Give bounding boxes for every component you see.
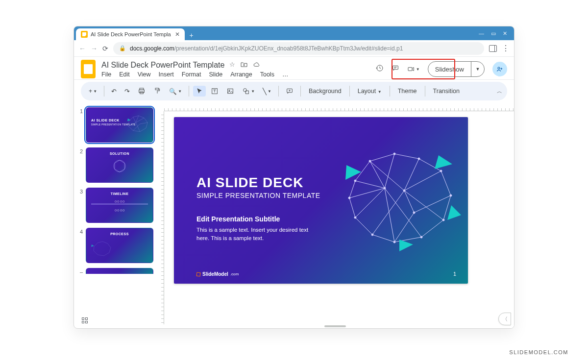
menu-view[interactable]: View: [138, 71, 151, 78]
shape-tool[interactable]: ▼: [239, 85, 258, 97]
cloud-status-icon[interactable]: [253, 61, 261, 70]
star-icon[interactable]: ☆: [229, 61, 235, 70]
slide-edit-subtitle[interactable]: Edit Presentation Subtitle: [196, 215, 280, 223]
thumbnail-3[interactable]: TIMELINE ⬡ ⬡ ⬡ ⬡ ⬡ ⬡ ⬡ ⬡: [86, 188, 153, 223]
view-mode-buttons: [82, 317, 88, 323]
menu-tools[interactable]: Tools: [260, 71, 274, 78]
svg-point-25: [354, 217, 356, 218]
canvas-area: AI SLIDE DECK SIMPLE PRESENTATION TEMPLA…: [156, 103, 514, 328]
redo-button[interactable]: ↷: [122, 86, 133, 97]
textbox-tool[interactable]: [208, 85, 221, 97]
slides-logo-icon[interactable]: [81, 60, 96, 78]
undo-button[interactable]: ↶: [108, 86, 120, 97]
speaker-notes-handle[interactable]: [156, 324, 514, 328]
svg-rect-0: [392, 66, 398, 69]
omnibox[interactable]: 🔒 docs.google.com/presentation/d/1ejGbki…: [113, 42, 484, 55]
filmstrip[interactable]: 1 AI SLIDE DECKSIMPLE PRESENTATION TEMPL…: [74, 103, 156, 328]
menu-slide[interactable]: Slide: [209, 71, 222, 78]
app-header: AI Slide Deck PowerPoint Template ☆ File…: [74, 57, 514, 80]
slide-page-number: 1: [453, 271, 456, 277]
svg-point-21: [442, 219, 444, 221]
slide-title[interactable]: AI SLIDE DECK: [196, 175, 303, 191]
svg-point-14: [114, 160, 125, 172]
svg-point-29: [403, 190, 405, 192]
browser-menu-button[interactable]: ⋮: [502, 44, 509, 53]
line-tool[interactable]: ╲ ▼: [260, 86, 274, 97]
svg-point-24: [371, 234, 373, 236]
svg-rect-8: [228, 89, 233, 93]
slide-body-text[interactable]: This is a sample text. Insert your desir…: [196, 226, 319, 243]
svg-point-16: [369, 160, 371, 162]
print-button[interactable]: [135, 85, 148, 97]
svg-point-20: [450, 194, 452, 196]
svg-point-30: [413, 212, 415, 214]
image-tool[interactable]: [223, 85, 237, 97]
thumb-number: 1: [77, 107, 83, 143]
menu-more[interactable]: …: [282, 71, 289, 78]
canvas-scroll[interactable]: AI SLIDE DECK SIMPLE PRESENTATION TEMPLA…: [164, 111, 514, 324]
document-title[interactable]: AI Slide Deck PowerPoint Template: [101, 61, 224, 70]
url-host: docs.google.com: [130, 45, 174, 52]
comment-tool[interactable]: [283, 85, 296, 97]
history-icon[interactable]: [376, 64, 384, 74]
svg-marker-31: [345, 165, 361, 180]
svg-marker-32: [435, 155, 452, 169]
ruler-vertical: [156, 111, 164, 324]
layout-button[interactable]: Layout ▼: [354, 86, 386, 97]
close-window-button[interactable]: ✕: [503, 30, 507, 37]
menu-format[interactable]: Format: [182, 71, 201, 78]
transition-button[interactable]: Transition: [429, 86, 464, 97]
svg-point-18: [418, 158, 420, 160]
move-icon[interactable]: [240, 61, 248, 70]
menu-arrange[interactable]: Arrange: [230, 71, 252, 78]
new-slide-button[interactable]: + ▼: [86, 86, 100, 97]
back-button[interactable]: ←: [79, 45, 86, 52]
slideshow-dropdown[interactable]: ▼: [471, 62, 484, 76]
theme-button[interactable]: Theme: [394, 86, 421, 97]
svg-rect-6: [155, 88, 159, 90]
thumbnail-1[interactable]: AI SLIDE DECKSIMPLE PRESENTATION TEMPLAT…: [86, 107, 153, 143]
comments-icon[interactable]: [392, 64, 399, 74]
thumbnail-2[interactable]: SOLUTION: [86, 147, 153, 183]
svg-marker-13: [127, 119, 131, 121]
svg-point-23: [393, 241, 395, 243]
thumbnail-5[interactable]: [86, 268, 153, 274]
svg-point-28: [384, 187, 386, 189]
svg-point-17: [393, 153, 395, 155]
select-tool[interactable]: [193, 86, 206, 97]
brain-graphic: [326, 142, 463, 254]
menu-file[interactable]: File: [101, 71, 111, 78]
close-tab-icon[interactable]: ✕: [175, 31, 180, 38]
url-path: /presentation/d/1ejGbkinJKpkZUOEnx_dnoab…: [174, 45, 403, 52]
thumb-number: 4: [77, 228, 83, 263]
menu-edit[interactable]: Edit: [119, 71, 130, 78]
svg-marker-34: [399, 240, 413, 251]
slide-canvas[interactable]: AI SLIDE DECK SIMPLE PRESENTATION TEMPLA…: [174, 117, 468, 284]
reload-button[interactable]: ⟳: [102, 45, 108, 52]
paint-format-button[interactable]: [150, 85, 164, 97]
meet-icon[interactable]: ▼: [407, 65, 420, 73]
svg-point-19: [440, 170, 442, 172]
side-panel-icon[interactable]: [489, 45, 497, 52]
svg-point-22: [420, 236, 422, 238]
browser-tab[interactable]: AI Slide Deck PowerPoint Templa ✕: [76, 28, 185, 40]
background-button[interactable]: Background: [305, 86, 345, 97]
thumbnail-4[interactable]: PROCESS: [86, 228, 153, 263]
minimize-button[interactable]: —: [479, 30, 484, 37]
menu-bar: File Edit View Insert Format Slide Arran…: [101, 71, 370, 78]
slideshow-button[interactable]: Slideshow: [428, 62, 471, 76]
collapse-toolbar-button[interactable]: ︿: [497, 88, 502, 95]
explore-button[interactable]: 〈: [498, 313, 511, 325]
slide-subtitle[interactable]: SIMPLE PRESENTATION TEMPLATE: [196, 192, 320, 199]
tab-title: AI Slide Deck PowerPoint Templa: [91, 31, 171, 37]
menu-insert[interactable]: Insert: [159, 71, 174, 78]
zoom-button[interactable]: 🔍▼: [166, 86, 185, 97]
share-button[interactable]: [492, 62, 507, 76]
new-tab-button[interactable]: +: [187, 30, 196, 40]
browser-window: AI Slide Deck PowerPoint Templa ✕ + — ▭ …: [74, 26, 514, 329]
svg-point-26: [348, 197, 350, 199]
thumb-number: 3: [77, 188, 83, 223]
maximize-button[interactable]: ▭: [491, 30, 496, 37]
svg-marker-15: [91, 244, 94, 247]
grid-view-button[interactable]: [82, 317, 88, 323]
